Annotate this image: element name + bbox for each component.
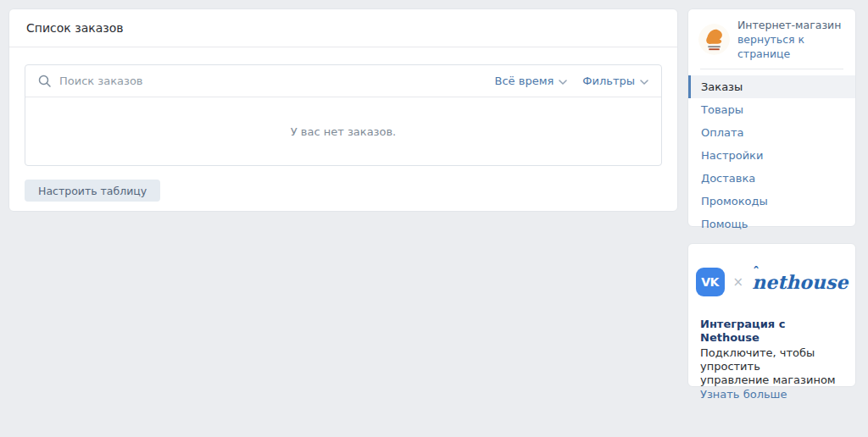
search-icon (38, 75, 51, 87)
nethouse-promo-card: VK × ˆ nethouse Интеграция с Nethouse По… (687, 243, 856, 387)
sidebar-item-label: Настройки (701, 149, 763, 162)
orders-footer: Настроить таблицу (9, 166, 677, 202)
cross-icon: × (733, 274, 744, 290)
time-filter-dropdown[interactable]: Всё время (495, 75, 568, 87)
sidebar-item-settings[interactable]: Настройки (688, 144, 855, 167)
nethouse-logo: ˆ nethouse (752, 273, 848, 291)
promo-text: Интеграция с Nethouse Подключите, чтобы … (688, 318, 855, 401)
promo-logos: VK × ˆ nethouse (688, 268, 855, 296)
sidebar-item-help[interactable]: Помощь (688, 213, 855, 235)
back-to-page-link[interactable]: вернуться к странице (737, 32, 845, 61)
sidebar-item-label: Доставка (701, 172, 755, 185)
store-name: Интернет-магазин "Кисо… (737, 18, 845, 32)
chevron-down-icon (640, 80, 648, 85)
sidebar-item-label: Помощь (701, 218, 748, 230)
sidebar-item-payment[interactable]: Оплата (688, 121, 855, 144)
store-header: Интернет-магазин "Кисо… вернуться к стра… (688, 9, 855, 69)
sidebar-item-products[interactable]: Товары (688, 98, 855, 121)
orders-toolbar: Всё время Фильтры (25, 65, 661, 97)
sidebar-item-delivery[interactable]: Доставка (688, 167, 855, 190)
vk-logo-icon: VK (696, 268, 725, 296)
sidebar-item-label: Заказы (701, 80, 743, 93)
filters-label: Фильтры (582, 75, 635, 87)
empty-state-message: У вас нет заказов. (25, 97, 661, 165)
learn-more-link[interactable]: Узнать больше (700, 388, 843, 401)
store-sidebar: Интернет-магазин "Кисо… вернуться к стра… (687, 8, 856, 227)
store-avatar[interactable] (698, 24, 730, 55)
filters-dropdown[interactable]: Фильтры (582, 75, 648, 87)
promo-description: управление магазином (700, 373, 843, 387)
chevron-down-icon (559, 80, 567, 85)
sidebar-item-label: Оплата (701, 126, 744, 139)
nethouse-hat-icon: ˆ (753, 266, 760, 279)
page-title: Список заказов (9, 9, 677, 47)
sidebar-menu: Заказы Товары Оплата Настройки Доставка … (688, 69, 855, 240)
nethouse-wordmark: nethouse (752, 271, 848, 293)
orders-panel: Список заказов Всё время (8, 8, 678, 212)
store-info: Интернет-магазин "Кисо… вернуться к стра… (737, 18, 845, 61)
sidebar-item-label: Промокоды (701, 195, 768, 207)
orders-table-container: Всё время Фильтры (25, 64, 662, 166)
orders-body: Всё время Фильтры (9, 47, 677, 166)
search-orders-input[interactable] (59, 75, 495, 87)
sidebar-item-promocodes[interactable]: Промокоды (688, 190, 855, 213)
sidebar-item-orders[interactable]: Заказы (688, 75, 855, 98)
configure-table-button[interactable]: Настроить таблицу (25, 180, 160, 202)
promo-title: Интеграция с Nethouse (700, 318, 843, 345)
toolbar-filters: Всё время Фильтры (495, 75, 648, 87)
time-filter-label: Всё время (495, 75, 554, 87)
promo-description: Подключите, чтобы упростить (700, 346, 843, 373)
sidebar-item-label: Товары (701, 103, 743, 116)
